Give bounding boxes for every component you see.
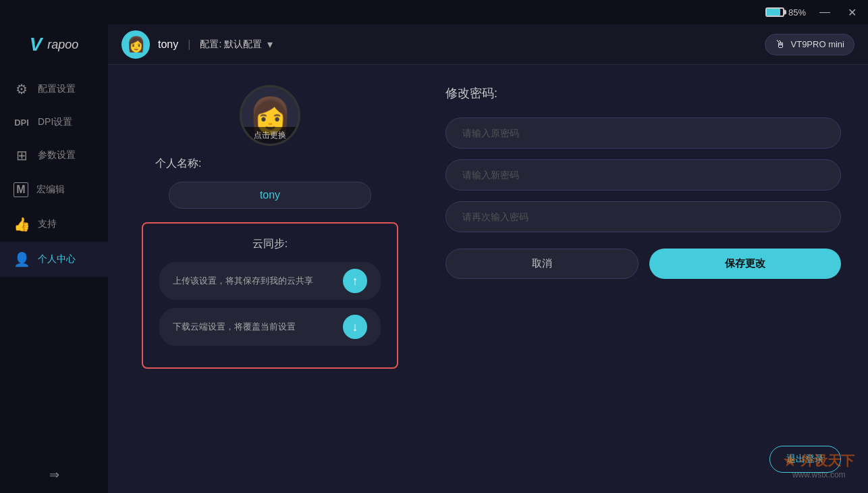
sidebar-item-config[interactable]: ⚙ 配置设置: [0, 72, 108, 107]
sidebar-label-params: 参数设置: [38, 149, 76, 161]
sidebar-collapse-button[interactable]: ⇒: [36, 457, 73, 493]
confirm-password-input[interactable]: [445, 201, 841, 232]
password-actions: 取消 保存更改: [445, 249, 841, 279]
title-bar: 85% — ✕: [0, 0, 868, 24]
logout-area: 退出登录: [445, 446, 841, 473]
upload-button[interactable]: ↑: [343, 269, 367, 293]
profile-name-input[interactable]: [169, 182, 371, 209]
sidebar-label-config: 配置设置: [38, 83, 76, 95]
close-button[interactable]: ✕: [844, 4, 860, 20]
header-divider: |: [188, 38, 190, 51]
new-password-input[interactable]: [445, 159, 841, 190]
upload-icon: ↑: [352, 274, 358, 288]
upload-row: 上传该设置，将其保存到我的云共享 ↑: [159, 262, 381, 300]
collapse-icon: ⇒: [49, 468, 59, 482]
download-button[interactable]: ↓: [343, 315, 367, 339]
cloud-sync-title: 云同步:: [159, 237, 381, 251]
upload-text: 上传该设置，将其保存到我的云共享: [173, 275, 313, 287]
sidebar-item-params[interactable]: ⊞ 参数设置: [0, 138, 108, 173]
minimize-button[interactable]: —: [817, 4, 833, 20]
header-config-label: 配置: 默认配置: [200, 38, 262, 51]
logo-area: V rapoo: [30, 24, 79, 65]
logo-rapoo-text: rapoo: [47, 38, 78, 52]
config-icon: ⚙: [13, 81, 30, 97]
support-icon: 👍: [13, 216, 30, 232]
sidebar-label-support: 支持: [38, 218, 57, 230]
profile-avatar[interactable]: 👩 点击更换: [240, 85, 300, 146]
battery-indicator: 85%: [765, 7, 806, 18]
download-icon: ↓: [352, 320, 358, 334]
sidebar-label-dpi: DPI设置: [38, 116, 72, 128]
watermark-url: www.wstx.com: [783, 470, 855, 479]
password-title: 修改密码:: [445, 85, 841, 101]
header-device[interactable]: 🖱 VT9PRO mini: [765, 34, 855, 55]
main-content: 👩 点击更换 个人名称: 云同步: 上传该设置，将其保存到我的云共享 ↑ 下载云…: [108, 65, 868, 493]
macro-icon: M: [13, 182, 28, 197]
avatar-change-overlay[interactable]: 点击更换: [242, 127, 298, 144]
header: 👩 tony | 配置: 默认配置 ▾ 🖱 VT9PRO mini: [108, 24, 868, 65]
watermark-star-icon: ★: [783, 453, 801, 468]
profile-name-label: 个人名称:: [155, 157, 201, 171]
sidebar-item-support[interactable]: 👍 支持: [0, 207, 108, 242]
sidebar-item-profile[interactable]: 👤 个人中心: [0, 242, 108, 277]
cancel-button[interactable]: 取消: [445, 249, 639, 279]
sidebar-item-macro[interactable]: M 宏编辑: [0, 173, 108, 207]
sidebar-nav: ⚙ 配置设置 DPI DPI设置 ⊞ 参数设置 M 宏编辑 👍 支持 👤 个人中…: [0, 72, 108, 457]
profile-icon: 👤: [13, 251, 30, 267]
battery-percentage: 85%: [788, 7, 806, 18]
watermark: ★ 外设天下 www.wstx.com: [783, 452, 855, 479]
watermark-logo-text: 外设天下: [801, 453, 855, 468]
header-avatar-emoji: 👩: [127, 36, 145, 53]
save-button[interactable]: 保存更改: [649, 249, 841, 279]
device-lock-icon: 🖱: [775, 38, 786, 51]
device-label: VT9PRO mini: [791, 39, 844, 49]
sidebar-item-dpi[interactable]: DPI DPI设置: [0, 107, 108, 138]
header-username: tony: [158, 38, 178, 51]
dpi-icon: DPI: [13, 118, 30, 128]
cloud-sync-box: 云同步: 上传该设置，将其保存到我的云共享 ↑ 下载云端设置，将覆盖当前设置 ↓: [142, 222, 398, 369]
watermark-logo: ★ 外设天下: [783, 452, 855, 470]
old-password-input[interactable]: [445, 118, 841, 149]
right-panel: 修改密码: 取消 保存更改 退出登录: [432, 85, 841, 473]
header-dropdown-icon[interactable]: ▾: [267, 38, 273, 51]
sidebar-label-macro: 宏编辑: [36, 184, 65, 196]
sidebar-label-profile: 个人中心: [38, 253, 76, 265]
avatar-change-label: 点击更换: [254, 130, 286, 140]
sidebar: V rapoo ⚙ 配置设置 DPI DPI设置 ⊞ 参数设置 M 宏编辑 👍 …: [0, 0, 108, 493]
left-panel: 👩 点击更换 个人名称: 云同步: 上传该设置，将其保存到我的云共享 ↑ 下载云…: [135, 85, 405, 473]
header-avatar[interactable]: 👩: [121, 30, 150, 59]
download-text: 下载云端设置，将覆盖当前设置: [173, 321, 296, 333]
download-row: 下载云端设置，将覆盖当前设置 ↓: [159, 308, 381, 346]
params-icon: ⊞: [13, 147, 30, 163]
battery-icon: [765, 7, 784, 17]
logo-v-icon: V: [30, 34, 43, 55]
